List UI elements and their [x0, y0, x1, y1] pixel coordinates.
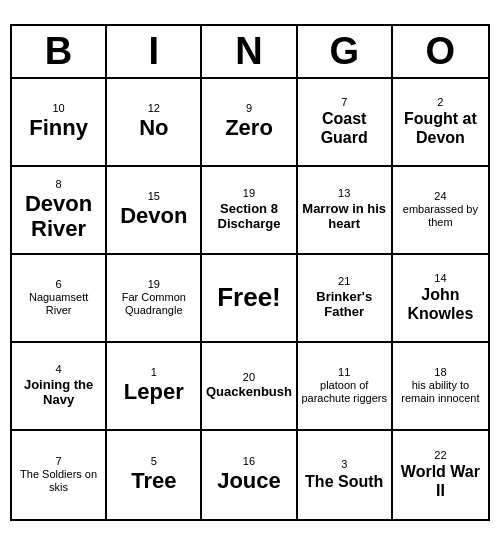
bingo-cell: 4Joining the Navy	[12, 343, 107, 431]
cell-number: 5	[151, 455, 157, 468]
bingo-cell: 10Finny	[12, 79, 107, 167]
cell-text: No	[139, 115, 168, 140]
cell-number: 16	[243, 455, 255, 468]
cell-number: 4	[56, 363, 62, 376]
bingo-card: BINGO 10Finny12No9Zero7Coast Guard2Fough…	[10, 24, 490, 521]
bingo-cell: 13Marrow in his heart	[298, 167, 393, 255]
cell-text: Marrow in his heart	[301, 201, 388, 232]
cell-text: Devon River	[15, 191, 102, 242]
bingo-cell: 15Devon	[107, 167, 202, 255]
cell-number: 22	[434, 449, 446, 462]
cell-text: Fought at Devon	[396, 109, 485, 147]
bingo-cell: 12No	[107, 79, 202, 167]
cell-number: 6	[56, 278, 62, 291]
bingo-cell: 7The Soldiers on skis	[12, 431, 107, 519]
bingo-cell: 24embarassed by them	[393, 167, 488, 255]
cell-number: 1	[151, 366, 157, 379]
bingo-cell: Free!	[202, 255, 297, 343]
bingo-cell: 19Far Common Quadrangle	[107, 255, 202, 343]
free-cell: Free!	[217, 282, 281, 313]
bingo-cell: 8Devon River	[12, 167, 107, 255]
bingo-cell: 6Naguamsett River	[12, 255, 107, 343]
cell-text: Coast Guard	[301, 109, 388, 147]
bingo-cell: 21Brinker's Father	[298, 255, 393, 343]
bingo-cell: 19Section 8 Discharge	[202, 167, 297, 255]
cell-text: Tree	[131, 468, 176, 493]
header-cell: G	[298, 26, 393, 77]
header-cell: N	[202, 26, 297, 77]
bingo-cell: 20Quackenbush	[202, 343, 297, 431]
bingo-cell: 14John Knowles	[393, 255, 488, 343]
cell-text: Devon	[120, 203, 187, 228]
cell-number: 24	[434, 190, 446, 203]
cell-number: 21	[338, 275, 350, 288]
cell-number: 18	[434, 366, 446, 379]
bingo-cell: 7Coast Guard	[298, 79, 393, 167]
cell-text: Joining the Navy	[15, 377, 102, 408]
cell-number: 20	[243, 371, 255, 384]
bingo-cell: 2Fought at Devon	[393, 79, 488, 167]
cell-number: 13	[338, 187, 350, 200]
cell-number: 12	[148, 102, 160, 115]
cell-number: 15	[148, 190, 160, 203]
cell-number: 3	[341, 458, 347, 471]
bingo-cell: 16Jouce	[202, 431, 297, 519]
cell-text: his ability to remain innocent	[396, 379, 485, 405]
cell-number: 9	[246, 102, 252, 115]
header-cell: O	[393, 26, 488, 77]
cell-text: World War II	[396, 462, 485, 500]
cell-text: Quackenbush	[206, 384, 292, 400]
cell-text: Finny	[29, 115, 88, 140]
cell-number: 8	[56, 178, 62, 191]
bingo-grid: 10Finny12No9Zero7Coast Guard2Fought at D…	[12, 79, 488, 519]
bingo-cell: 22World War II	[393, 431, 488, 519]
cell-text: embarassed by them	[396, 203, 485, 229]
cell-text: John Knowles	[396, 285, 485, 323]
cell-number: 14	[434, 272, 446, 285]
bingo-cell: 1Leper	[107, 343, 202, 431]
bingo-header: BINGO	[12, 26, 488, 79]
cell-text: Brinker's Father	[301, 289, 388, 320]
cell-text: Zero	[225, 115, 273, 140]
bingo-cell: 9Zero	[202, 79, 297, 167]
cell-number: 19	[148, 278, 160, 291]
cell-text: Far Common Quadrangle	[110, 291, 197, 317]
cell-text: platoon of parachute riggers	[301, 379, 388, 405]
header-cell: I	[107, 26, 202, 77]
cell-text: Leper	[124, 379, 184, 404]
cell-number: 2	[437, 96, 443, 109]
cell-number: 7	[341, 96, 347, 109]
bingo-cell: 18his ability to remain innocent	[393, 343, 488, 431]
cell-text: The South	[305, 472, 383, 491]
cell-number: 19	[243, 187, 255, 200]
cell-number: 7	[56, 455, 62, 468]
bingo-cell: 3The South	[298, 431, 393, 519]
header-cell: B	[12, 26, 107, 77]
cell-text: Naguamsett River	[15, 291, 102, 317]
cell-number: 11	[338, 366, 350, 379]
cell-text: Jouce	[217, 468, 281, 493]
cell-text: The Soldiers on skis	[15, 468, 102, 494]
bingo-cell: 11platoon of parachute riggers	[298, 343, 393, 431]
cell-number: 10	[52, 102, 64, 115]
bingo-cell: 5Tree	[107, 431, 202, 519]
cell-text: Section 8 Discharge	[205, 201, 292, 232]
